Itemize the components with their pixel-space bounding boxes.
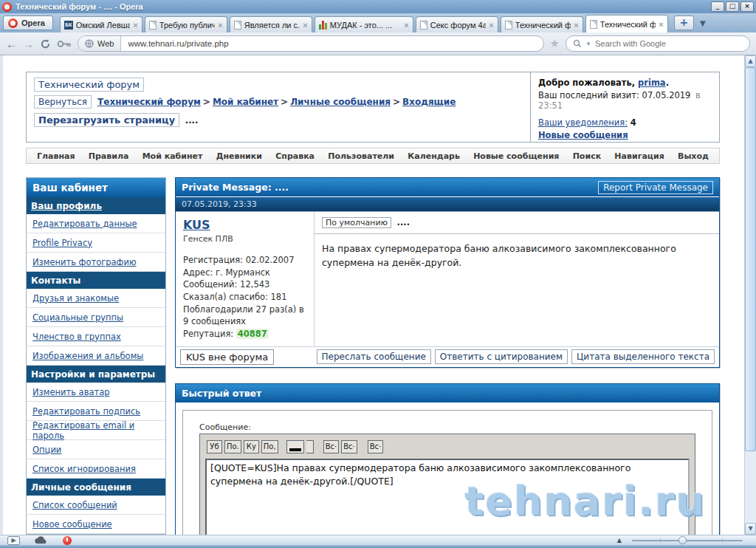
tab-close-icon[interactable]: ×	[133, 21, 137, 30]
nav-item-blogs[interactable]: Дневники	[216, 151, 262, 161]
minimize-button[interactable]: _	[711, 1, 724, 12]
nav-item-calendar[interactable]: Календарь	[408, 151, 460, 161]
tab-close-icon[interactable]: ×	[404, 21, 408, 30]
tab-close-icon[interactable]: ×	[303, 21, 307, 30]
search-engine-dropdown-icon[interactable]: ▼	[585, 41, 591, 47]
scrollbar-thumb[interactable]	[745, 67, 756, 451]
nav-item-search[interactable]: Поиск	[573, 151, 601, 161]
sidebar-item[interactable]: Редактировать подпись	[27, 402, 165, 421]
sidebar-item[interactable]: Опции	[27, 440, 165, 459]
tab[interactable]: БК Омский Левша... ×	[60, 16, 142, 32]
notifications-link[interactable]: Ваши уведомления:	[538, 117, 628, 128]
tab[interactable]: МУДАК - это... ... ×	[315, 16, 413, 32]
sidebar-item[interactable]: Изображения и альбомы	[27, 346, 165, 366]
breadcrumb-link[interactable]: Мой кабинет	[213, 97, 278, 107]
sidebar-section-private-messages: Личные сообщения	[27, 479, 165, 496]
go-back-link[interactable]: Вернуться	[34, 95, 92, 109]
author-name-link[interactable]: KUS	[183, 218, 210, 232]
tab[interactable]: Технический ф... ×	[501, 16, 583, 32]
url-field[interactable]: Web www.tehnari.ru/private.php	[78, 35, 544, 52]
sidebar-section-profile[interactable]: Ваш профиль	[27, 197, 165, 214]
message-field-label: Сообщение:	[199, 422, 695, 432]
username-link[interactable]: prima	[638, 78, 666, 88]
report-pm-button[interactable]: Report Private Message	[598, 181, 713, 194]
new-tab-button[interactable]: +	[674, 16, 694, 30]
insert-quote-button[interactable]: Вс·	[368, 440, 384, 453]
vertical-scrollbar[interactable]: ▲ ▼	[744, 55, 756, 535]
sidebar-item[interactable]: Изменить фотографию	[27, 253, 165, 272]
tab[interactable]: Является ли с... ×	[230, 16, 312, 32]
sidebar-item[interactable]: Новое сообщение	[27, 515, 165, 534]
reload-page-link[interactable]: Перезагрузить страницу	[34, 113, 179, 127]
sidebar-item[interactable]: Редактировать email и пароль	[27, 421, 165, 440]
nav-item-cabinet[interactable]: Мой кабинет	[142, 151, 203, 161]
nav-item-users[interactable]: Пользователи	[328, 151, 394, 161]
search-input[interactable]	[595, 39, 743, 48]
sidebar-item[interactable]: Редактировать данные	[27, 214, 165, 233]
zoom-popup-icon[interactable]: ▲	[617, 537, 622, 544]
breadcrumb-link[interactable]: Входящие	[402, 97, 456, 107]
tab-close-icon[interactable]: ×	[218, 21, 222, 30]
quick-reply-textarea[interactable]: [QUOTE=KUS]На правах супермодератора бан…	[205, 459, 690, 535]
panels-toggle-icon[interactable]: ▶	[7, 536, 20, 545]
sidebar-item[interactable]: Profile Privacy	[27, 233, 165, 253]
forward-icon[interactable]: →	[23, 38, 34, 49]
breadcrumb-link[interactable]: Технический форум	[97, 97, 201, 107]
zoom-slider[interactable]	[632, 540, 743, 541]
site-title-link[interactable]: Технический форум	[34, 78, 144, 92]
bookmark-star-icon[interactable]: ★	[550, 37, 560, 50]
unite-cloud-icon[interactable]	[35, 536, 48, 544]
reply-with-quote-button[interactable]: Ответить с цитированием	[435, 349, 568, 364]
nav-item-home[interactable]: Главная	[37, 151, 75, 161]
scroll-up-icon[interactable]: ▲	[745, 55, 756, 67]
url-text[interactable]: www.tehnari.ru/private.php	[121, 39, 235, 48]
tab-close-icon[interactable]: ×	[659, 20, 663, 29]
turbo-alert-icon[interactable]	[63, 536, 72, 545]
sidebar-item[interactable]: Друзья и знакомые	[27, 289, 165, 308]
bold-button[interactable]: По.	[224, 440, 241, 453]
nav-item-help[interactable]: Справка	[275, 151, 315, 161]
font-color-dropdown[interactable]	[306, 440, 314, 453]
new-messages-link[interactable]: Новые сообщения	[538, 130, 628, 140]
author-online-status: KUS вне форума	[180, 349, 274, 365]
address-bar: ← → Web www.tehnari.ru/private.php ★ ▼	[0, 32, 756, 55]
sidebar-item[interactable]: Членство в группах	[27, 327, 165, 346]
status-bar: ▶ ▲	[0, 535, 756, 545]
zoom-slider-thumb[interactable]	[678, 536, 687, 544]
forward-message-button[interactable]: Переслать сообщение	[317, 349, 431, 364]
scroll-down-icon[interactable]: ▼	[745, 523, 756, 535]
tab-list-dropdown-icon[interactable]: ▼	[695, 19, 710, 27]
insert-link-button[interactable]: Вс·	[323, 440, 340, 453]
insert-image-button[interactable]: Вс·	[341, 440, 357, 453]
reload-icon[interactable]	[40, 38, 51, 49]
key-icon[interactable]	[57, 40, 72, 48]
back-icon[interactable]: ←	[6, 38, 17, 49]
close-button[interactable]: ×	[740, 1, 754, 12]
author-thanks-received: Поблагодарили 27 раз(а) в 9 сообщениях	[183, 304, 306, 328]
italic-button[interactable]: Ку	[244, 440, 259, 453]
tab[interactable]: Требую публич... ×	[145, 16, 227, 32]
tab[interactable]: Секс форум 4al... ×	[416, 16, 498, 32]
nav-item-navigation[interactable]: Навигация	[614, 151, 664, 161]
url-security-badge[interactable]: Web	[78, 36, 121, 51]
search-field[interactable]: ▼	[566, 35, 750, 52]
restore-button[interactable]: □	[726, 1, 739, 12]
sidebar-item[interactable]: Социальные группы	[27, 308, 165, 327]
tab-close-icon[interactable]: ×	[489, 21, 493, 30]
nav-item-new-messages[interactable]: Новые сообщения	[473, 151, 559, 161]
quote-selected-text-button[interactable]: Цитата выделенного текста	[571, 349, 715, 364]
sidebar-item[interactable]: Список сообщений	[27, 496, 165, 515]
underline-button[interactable]: По,	[261, 440, 278, 453]
font-color-button[interactable]	[286, 440, 304, 453]
cabinet-sidebar: Ваш кабинет Ваш профиль Редактировать да…	[26, 177, 166, 535]
breadcrumb-link[interactable]: Личные сообщения	[290, 97, 391, 107]
sidebar-item[interactable]: Изменить аватар	[27, 383, 165, 402]
opera-menu-button[interactable]: Opera	[3, 16, 53, 30]
sidebar-item[interactable]: Список игнорирования	[27, 459, 165, 479]
last-visit-date: 07.05.2019	[642, 90, 691, 100]
nav-item-logout[interactable]: Выход	[678, 151, 709, 161]
remove-format-button[interactable]: Уб	[207, 440, 222, 453]
tab-active[interactable]: Технический ф... ×	[585, 15, 668, 32]
tab-close-icon[interactable]: ×	[574, 21, 578, 30]
nav-item-rules[interactable]: Правила	[89, 151, 129, 161]
